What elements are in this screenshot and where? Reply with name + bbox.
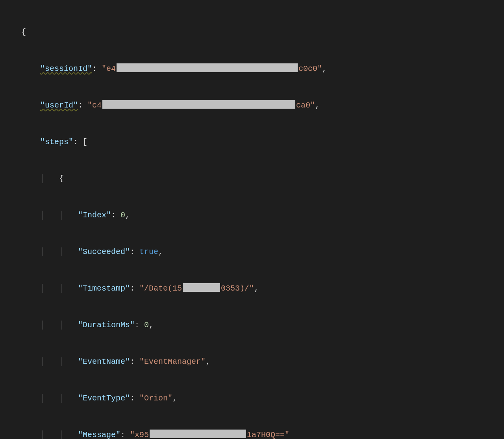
userId-value-prefix: "c4: [87, 101, 102, 110]
timestamp-suffix: 0353)/": [221, 284, 254, 293]
key-steps: "steps": [40, 137, 73, 146]
key-sessionId: "sessionId": [40, 64, 92, 73]
sessionId-value-suffix: c0c0": [298, 64, 322, 73]
code-line: │ │ "Message": "x951a7H0Q==": [12, 429, 504, 439]
code-line: │ {: [12, 172, 504, 185]
code-line: │ │ "Index": 0,: [12, 209, 504, 221]
userId-value-suffix: ca0": [296, 101, 315, 110]
eventtype-value: "Orion": [139, 394, 172, 403]
code-line: "userId": "c4ca0",: [12, 99, 504, 111]
message-prefix: "x95: [130, 430, 149, 439]
succeeded-value: true: [139, 247, 158, 256]
sessionId-value-prefix: "e4: [102, 64, 116, 73]
redaction-box: [102, 100, 295, 109]
code-line: "steps": [: [12, 136, 504, 148]
code-line: │ │ "EventName": "EventManager",: [12, 356, 504, 368]
code-line: │ │ "DurationMs": 0,: [12, 319, 504, 331]
index-value: 0: [120, 211, 125, 220]
timestamp-prefix: "/Date(15: [139, 284, 182, 293]
eventname-value: "EventManager": [139, 357, 206, 366]
code-line: "sessionId": "e4c0c0",: [12, 63, 504, 75]
message-suffix: 1a7H0Q==": [247, 430, 289, 439]
bracket-open: [: [83, 137, 87, 146]
code-line: │ │ "EventType": "Orion",: [12, 392, 504, 404]
brace-open: {: [21, 28, 26, 37]
code-line: │ │ "Timestamp": "/Date(150353)/",: [12, 282, 504, 295]
key-userId: "userId": [40, 101, 78, 110]
duration-value: 0: [144, 320, 149, 330]
code-line: {: [12, 26, 504, 38]
json-code-editor[interactable]: { "sessionId": "e4c0c0", "userId": "c4ca…: [12, 0, 504, 439]
code-line: │ │ "Succeeded": true,: [12, 246, 504, 258]
redaction-box: [117, 63, 298, 72]
redaction-box: [183, 283, 220, 292]
redaction-box: [150, 430, 246, 438]
